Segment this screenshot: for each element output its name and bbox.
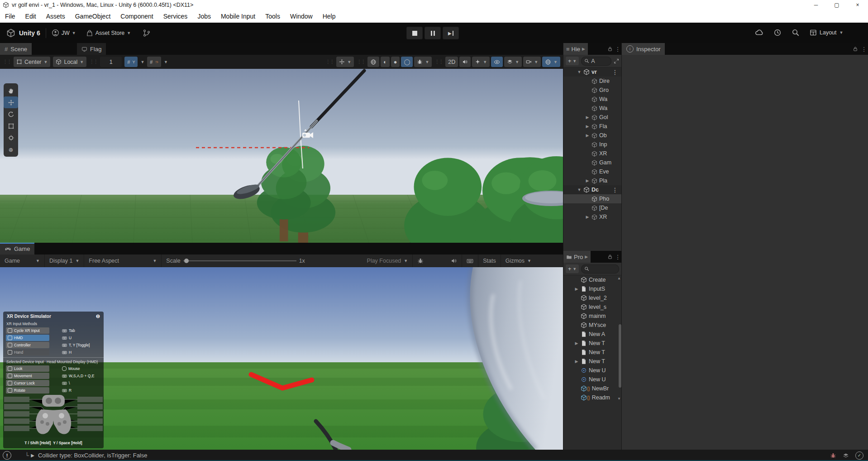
project-item[interactable]: {}NewBr <box>563 384 621 393</box>
scene-row[interactable]: ▼vr⋮ <box>563 67 621 77</box>
maximize-button[interactable]: ▢ <box>826 0 847 10</box>
search-icon[interactable] <box>792 29 800 37</box>
orientation-dropdown[interactable]: Local▼ <box>53 57 86 67</box>
tab-project[interactable]: Pro ▶ <box>563 251 591 263</box>
custom-tool-button[interactable]: ⊕ <box>4 144 18 155</box>
status-bar[interactable]: ! └ ▶ Collider type: BoxCollider, isTrig… <box>0 450 868 461</box>
hierarchy-search-input[interactable]: A <box>581 57 611 66</box>
hierarchy-item[interactable]: Inp <box>563 140 621 149</box>
tab-overflow-icon[interactable]: ▶ <box>585 255 588 259</box>
xr-hmd-button[interactable]: HMD <box>6 335 49 341</box>
grid-snap-dropdown[interactable]: ▼ <box>140 60 144 64</box>
hierarchy-item[interactable]: Gro <box>563 86 621 95</box>
inspector-lock-icon[interactable] <box>851 46 860 52</box>
display-dropdown[interactable]: Display 1▼ <box>45 255 84 267</box>
view-tool-button[interactable] <box>4 85 18 96</box>
project-item[interactable]: ▶InputS <box>563 284 621 293</box>
layers-dropdown[interactable]: ▼ <box>504 57 522 67</box>
project-item[interactable]: level_s <box>563 303 621 312</box>
project-item[interactable]: Create <box>563 275 621 284</box>
frame-debugger-icon[interactable] <box>413 255 428 267</box>
activity-icon[interactable] <box>843 452 849 459</box>
scale-slider-knob[interactable] <box>184 259 189 263</box>
project-item[interactable]: ▶New T <box>563 357 621 366</box>
aspect-dropdown[interactable]: Free Aspect▼ <box>84 255 161 267</box>
status-message[interactable]: Collider type: BoxCollider, isTrigger: F… <box>38 452 148 459</box>
history-icon[interactable] <box>773 29 782 37</box>
xr-look-button[interactable]: Look <box>6 365 49 372</box>
menu-component[interactable]: Component <box>115 10 158 23</box>
project-item[interactable]: New A <box>563 330 621 339</box>
move-tool-button[interactable] <box>4 96 18 108</box>
grid-snap-toggle[interactable]: #Y <box>124 57 138 67</box>
hierarchy-lock-icon[interactable] <box>606 46 614 52</box>
menu-jobs[interactable]: Jobs <box>192 10 216 23</box>
tab-overflow-icon[interactable]: ▶ <box>582 47 585 51</box>
menu-mobile-input[interactable]: Mobile Input <box>216 10 260 23</box>
rotate-tool-button[interactable] <box>4 108 18 120</box>
project-item[interactable]: ▶New T <box>563 339 621 348</box>
hierarchy-item[interactable]: ▶Pla <box>563 176 621 185</box>
debug-draw-dropdown[interactable]: ▼ <box>414 57 432 67</box>
notification-icon[interactable] <box>830 452 836 459</box>
step-button[interactable]: ▶ <box>443 27 459 39</box>
transform-tool-button[interactable] <box>4 132 18 144</box>
xr-hand-button[interactable]: Hand <box>6 349 49 355</box>
menu-window[interactable]: Window <box>285 10 318 23</box>
cloud-icon[interactable] <box>755 28 763 37</box>
hierarchy-item[interactable]: ▶Gol <box>563 113 621 122</box>
menu-help[interactable]: Help <box>318 10 341 23</box>
game-gizmos-dropdown[interactable]: Gizmos▼ <box>501 255 536 267</box>
xr-cursor-lock-button[interactable]: Cursor Lock <box>6 380 49 386</box>
menu-tools[interactable]: Tools <box>260 10 285 23</box>
hierarchy-item[interactable]: Dire <box>563 77 621 86</box>
project-menu-icon[interactable]: ⋮ <box>614 254 621 260</box>
tab-game[interactable]: Game <box>0 243 34 255</box>
hierarchy-add-button[interactable]: +▼ <box>566 57 579 65</box>
play-stop-button[interactable] <box>406 27 423 39</box>
hierarchy-item[interactable]: [De <box>563 203 621 212</box>
rect-tool-button[interactable] <box>4 120 18 132</box>
minimize-button[interactable]: ─ <box>806 0 826 10</box>
gizmos-globe-dropdown[interactable]: ▼ <box>542 57 560 67</box>
play-focused-dropdown[interactable]: Play Focused▼ <box>362 255 413 267</box>
project-item[interactable]: {}Readm <box>563 393 621 402</box>
shading-shadedwire-button[interactable]: ◐ <box>381 57 390 67</box>
scene-camera-dropdown[interactable]: ▼ <box>523 57 541 67</box>
project-item[interactable]: New U <box>563 375 621 384</box>
snap-settings-button[interactable]: #⊃ <box>147 57 161 67</box>
hierarchy-item[interactable]: ▶XR <box>563 212 621 221</box>
gizmo-move-dropdown[interactable]: ▼ <box>336 57 354 67</box>
tab-scene[interactable]: # Scene <box>0 43 32 55</box>
scale-slider[interactable] <box>183 258 296 264</box>
asset-store-dropdown[interactable]: Asset Store▼ <box>86 29 131 37</box>
pause-button[interactable] <box>424 27 441 39</box>
xr-collapse-button[interactable]: ⊖ <box>96 313 100 319</box>
xr-rotate-button[interactable]: Rotate <box>6 387 49 394</box>
version-control-icon[interactable] <box>143 29 151 37</box>
menu-edit[interactable]: Edit <box>20 10 41 23</box>
account-dropdown[interactable]: JW▼ <box>52 29 76 37</box>
shading-lit-button[interactable]: ◯ <box>401 57 413 67</box>
hierarchy-item-selected[interactable]: Pho <box>563 194 621 203</box>
menu-assets[interactable]: Assets <box>41 10 70 23</box>
toolbar-grip[interactable]: ⋮⋮ <box>3 59 11 65</box>
hierarchy-item[interactable]: Eve <box>563 167 621 176</box>
project-item[interactable]: New U <box>563 366 621 375</box>
hierarchy-item[interactable]: ▶Fla <box>563 122 621 131</box>
tab-hierarchy[interactable]: ≡ Hie ▶ <box>563 43 588 55</box>
scene-row[interactable]: ▼Dc⋮ <box>563 185 621 194</box>
menu-services[interactable]: Services <box>158 10 193 23</box>
scroll-up-arrow[interactable]: ▲ <box>617 276 621 280</box>
layout-dropdown[interactable]: Layout▼ <box>810 29 843 36</box>
menu-file[interactable]: File <box>0 10 20 23</box>
stats-button[interactable]: Stats <box>478 255 501 267</box>
hierarchy-item[interactable]: XR <box>563 149 621 158</box>
toggle-2d-button[interactable]: 2D <box>445 57 458 67</box>
inspector-menu-icon[interactable]: ⋮ <box>860 46 868 53</box>
game-audio-toggle[interactable] <box>446 255 462 267</box>
scene-visibility-toggle[interactable] <box>491 57 503 67</box>
project-item[interactable]: level_2 <box>563 293 621 303</box>
tab-inspector[interactable]: i Inspector <box>622 43 665 55</box>
shading-wireframe-button[interactable] <box>367 57 379 67</box>
